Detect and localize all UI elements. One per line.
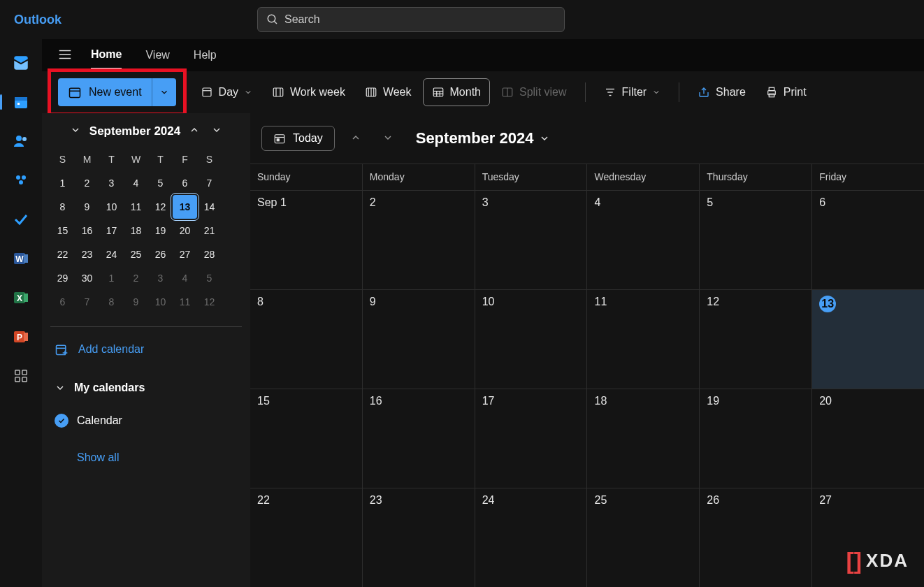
mini-day-cell[interactable]: 15 (50, 219, 75, 242)
share-button[interactable]: Share (689, 78, 754, 106)
mini-day-cell[interactable]: 1 (99, 266, 124, 290)
mini-day-cell[interactable]: 23 (75, 242, 99, 266)
mini-day-cell[interactable]: 12 (197, 290, 222, 314)
rail-people[interactable] (11, 131, 31, 151)
mini-day-cell[interactable]: 2 (75, 171, 99, 195)
mini-day-cell[interactable]: 4 (173, 266, 197, 290)
day-cell[interactable]: 5 (699, 191, 811, 289)
mini-day-cell[interactable]: 7 (197, 171, 222, 195)
print-button[interactable]: Print (757, 78, 815, 106)
mini-day-cell[interactable]: 5 (197, 266, 222, 290)
mini-day-cell[interactable]: 4 (124, 171, 148, 195)
day-cell[interactable]: 15 (250, 389, 362, 488)
filter-button[interactable]: Filter (595, 78, 670, 106)
rail-powerpoint[interactable]: P (11, 327, 31, 347)
view-week-button[interactable]: Week (356, 78, 420, 106)
rail-calendar[interactable] (11, 92, 31, 112)
mini-day-cell[interactable]: 5 (148, 171, 173, 195)
day-cell[interactable]: 19 (699, 389, 811, 488)
day-cell[interactable]: 23 (362, 488, 475, 587)
mini-day-cell[interactable]: 1 (50, 171, 75, 195)
my-calendars-toggle[interactable]: My calendars (50, 379, 242, 397)
mini-day-cell[interactable]: 6 (173, 171, 197, 195)
mini-day-cell[interactable]: 3 (148, 266, 173, 290)
rail-mail[interactable] (11, 53, 31, 73)
mini-day-cell[interactable]: 2 (124, 266, 148, 290)
day-cell[interactable]: 22 (250, 488, 362, 587)
show-all-link[interactable]: Show all (77, 451, 242, 464)
day-cell[interactable]: 13 (811, 290, 924, 389)
mini-cal-next[interactable] (208, 122, 225, 140)
add-calendar-button[interactable]: Add calendar (50, 340, 242, 359)
mini-day-cell[interactable]: 12 (148, 195, 173, 219)
calendar-checkbox[interactable] (55, 414, 68, 428)
calendar-list-item[interactable]: Calendar (50, 411, 242, 430)
mini-day-cell[interactable]: 17 (99, 219, 124, 242)
mini-day-cell[interactable]: 26 (148, 242, 173, 266)
today-button[interactable]: Today (261, 126, 335, 151)
mini-day-cell[interactable]: 25 (124, 242, 148, 266)
mini-day-cell[interactable]: 8 (99, 290, 124, 314)
mini-day-cell[interactable]: 30 (75, 266, 99, 290)
tab-home[interactable]: Home (91, 41, 122, 69)
mini-cal-collapse[interactable] (67, 122, 84, 140)
day-cell[interactable]: 20 (811, 389, 924, 488)
day-cell[interactable]: 24 (475, 488, 587, 587)
hamburger-button[interactable] (57, 47, 73, 64)
day-cell[interactable]: 9 (362, 290, 475, 389)
day-cell[interactable]: 17 (475, 389, 587, 488)
prev-month-button[interactable] (345, 128, 367, 150)
day-cell[interactable]: 12 (699, 290, 811, 389)
mini-cal-prev[interactable] (186, 122, 203, 140)
day-cell[interactable]: 11 (586, 290, 699, 389)
mini-day-cell[interactable]: 7 (75, 290, 99, 314)
rail-todo[interactable] (11, 210, 31, 229)
view-month-button[interactable]: Month (423, 78, 490, 106)
mini-day-cell[interactable]: 18 (124, 219, 148, 242)
mini-day-cell[interactable]: 11 (124, 195, 148, 219)
mini-day-cell[interactable]: 20 (173, 219, 197, 242)
mini-day-cell[interactable]: 11 (173, 290, 197, 314)
day-cell[interactable]: 10 (475, 290, 587, 389)
mini-day-cell[interactable]: 29 (50, 266, 75, 290)
mini-day-cell[interactable]: 10 (148, 290, 173, 314)
day-cell[interactable]: 8 (250, 290, 362, 389)
day-cell[interactable]: 16 (362, 389, 475, 488)
mini-day-cell[interactable]: 16 (75, 219, 99, 242)
day-cell[interactable]: 18 (586, 389, 699, 488)
rail-groups[interactable] (11, 171, 31, 190)
mini-day-cell[interactable]: 6 (50, 290, 75, 314)
day-cell[interactable]: 26 (699, 488, 811, 587)
mini-day-cell[interactable]: 19 (148, 219, 173, 242)
mini-day-cell[interactable]: 22 (50, 242, 75, 266)
mini-day-cell[interactable]: 14 (197, 195, 222, 219)
rail-excel[interactable]: X (11, 288, 31, 307)
month-title[interactable]: September 2024 (416, 129, 551, 147)
day-cell[interactable]: Sep 1 (250, 191, 362, 289)
mini-day-cell[interactable]: 27 (173, 242, 197, 266)
new-event-dropdown[interactable] (152, 78, 176, 106)
mini-day-cell[interactable]: 9 (75, 195, 99, 219)
tab-view[interactable]: View (145, 42, 169, 68)
rail-word[interactable]: W (11, 249, 31, 268)
day-cell[interactable]: 2 (362, 191, 475, 289)
mini-day-cell[interactable]: 10 (99, 195, 124, 219)
view-workweek-button[interactable]: Work week (264, 78, 354, 106)
mini-day-cell[interactable]: 13 (173, 195, 197, 219)
mini-day-cell[interactable]: 24 (99, 242, 124, 266)
view-day-button[interactable]: Day (192, 78, 261, 106)
mini-day-cell[interactable]: 21 (197, 219, 222, 242)
next-month-button[interactable] (377, 128, 399, 150)
mini-day-cell[interactable]: 9 (124, 290, 148, 314)
mini-day-cell[interactable]: 28 (197, 242, 222, 266)
tab-help[interactable]: Help (194, 42, 217, 68)
day-cell[interactable]: 3 (475, 191, 587, 289)
day-cell[interactable]: 6 (811, 191, 924, 289)
rail-more-apps[interactable] (11, 366, 31, 386)
search-input[interactable]: Search (257, 7, 565, 32)
day-cell[interactable]: 4 (586, 191, 699, 289)
new-event-button[interactable]: New event (58, 78, 176, 106)
mini-day-cell[interactable]: 8 (50, 195, 75, 219)
mini-day-cell[interactable]: 3 (99, 171, 124, 195)
day-cell[interactable]: 25 (586, 488, 699, 587)
